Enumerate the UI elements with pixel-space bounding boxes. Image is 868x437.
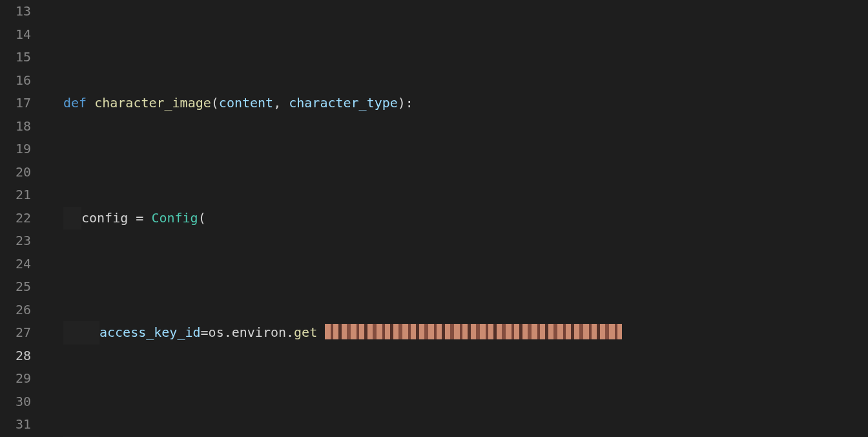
redacted-secret xyxy=(325,324,622,339)
line-number: 28 xyxy=(0,345,31,368)
line-number: 15 xyxy=(0,46,31,69)
line-number: 25 xyxy=(0,275,31,299)
line-number: 21 xyxy=(0,184,31,207)
line-number: 20 xyxy=(0,161,31,184)
code-editor[interactable]: 13 14 15 16 17 18 19 20 21 22 23 24 25 2… xyxy=(0,0,868,437)
line-number: 17 xyxy=(0,92,31,115)
line-number: 14 xyxy=(0,23,31,47)
line-number: 13 xyxy=(0,0,31,23)
line-number: 23 xyxy=(0,229,31,253)
line-number: 22 xyxy=(0,207,31,230)
line-number-gutter: 13 14 15 16 17 18 19 20 21 22 23 24 25 2… xyxy=(0,0,45,437)
line-number: 29 xyxy=(0,367,31,390)
line-number: 31 xyxy=(0,413,31,436)
line-number: 26 xyxy=(0,299,31,322)
line-number: 19 xyxy=(0,138,31,161)
code-line[interactable]: config = Config( xyxy=(45,207,868,230)
line-number: 16 xyxy=(0,69,31,92)
line-number: 27 xyxy=(0,321,31,345)
code-line[interactable]: def character_image(content, character_t… xyxy=(45,92,868,115)
code-line[interactable]: access_key_id=os.environ.get xyxy=(45,321,868,345)
line-number: 24 xyxy=(0,253,31,276)
line-number: 30 xyxy=(0,390,31,414)
line-number: 18 xyxy=(0,115,31,138)
code-area[interactable]: def character_image(content, character_t… xyxy=(45,0,868,437)
